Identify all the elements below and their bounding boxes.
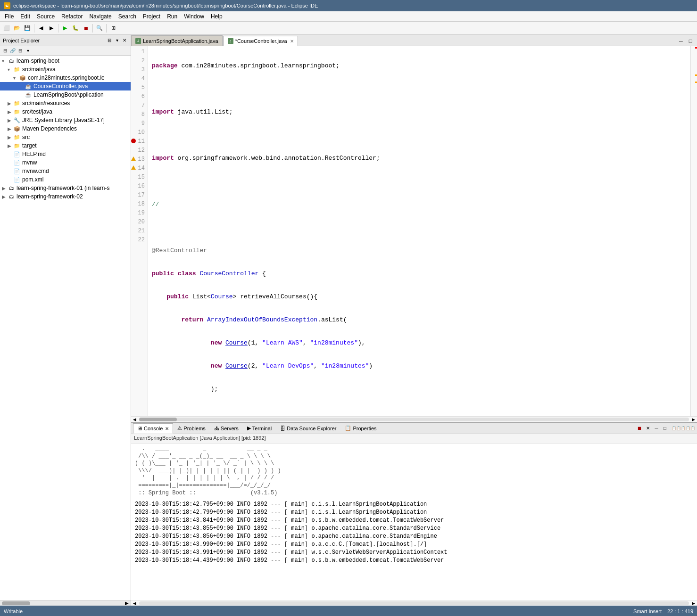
- icon-framework-02: 🗂: [8, 193, 15, 200]
- bottom-tabs: 🖥 Console ✕ ⚠ Problems 🖧 Servers ▶ Termi…: [131, 423, 697, 434]
- tab-close-2[interactable]: ✕: [290, 39, 294, 44]
- editor-scrollbar[interactable]: [690, 46, 697, 416]
- code-line-13: new Course(1, "Learn AWS", "in28minutes"…: [152, 338, 687, 347]
- tree-learn-spring-boot[interactable]: ▾ 🗂 learn-spring-boot: [0, 57, 131, 65]
- menu-edit[interactable]: Edit: [17, 12, 33, 21]
- toolbar-search[interactable]: 🔍: [95, 24, 104, 33]
- toolbar-stop[interactable]: ⏹: [81, 24, 91, 33]
- bottom-tab-problems[interactable]: ⚠ Problems: [173, 423, 209, 434]
- tree-mvnw[interactable]: 📄 mvnw: [0, 158, 131, 167]
- console-h-scrollbar[interactable]: ◀ ▶: [131, 600, 697, 606]
- tree-framework-02[interactable]: ▶ 🗂 learn-spring-framework-02: [0, 192, 131, 201]
- console-spacer: [135, 497, 693, 501]
- toolbar-sep-3: [92, 24, 93, 33]
- line-num-5: 5: [131, 83, 148, 92]
- console-content[interactable]: . ____ _ __ _ _ /\\ / ___'_ __ _ _(_)_ _…: [131, 444, 697, 600]
- code-scroll-thumb[interactable]: [139, 418, 177, 421]
- menu-search[interactable]: Search: [116, 12, 139, 21]
- console-stop-btn[interactable]: ⏹: [636, 425, 643, 432]
- menu-file[interactable]: File: [2, 12, 17, 21]
- tree-maven-deps[interactable]: ▶ 📦 Maven Dependencies: [0, 124, 131, 133]
- log-line-3: 2023-10-30T15:18:43.841+09:00 INFO 1892 …: [135, 517, 693, 525]
- menu-refactor[interactable]: Refactor: [58, 12, 85, 21]
- toolbar-save[interactable]: 💾: [23, 24, 32, 33]
- tree-jre-system-library[interactable]: ▶ 🔧 JRE System Library [JavaSE-17]: [0, 116, 131, 124]
- bottom-tab-servers[interactable]: 🖧 Servers: [210, 423, 243, 434]
- editor-tabs: J LearnSpringBootApplication.java J *Cou…: [131, 35, 697, 46]
- tree-target[interactable]: ▶ 📁 target: [0, 141, 131, 150]
- bottom-tab-terminal[interactable]: ▶ Terminal: [243, 423, 276, 434]
- bottom-tab-console[interactable]: 🖥 Console ✕: [133, 423, 173, 434]
- tree-course-controller[interactable]: ☕ CourseController.java: [0, 82, 131, 90]
- menu-project[interactable]: Project: [140, 12, 163, 21]
- tree-learn-spring-boot-app[interactable]: ☕ LearnSpringBootApplication: [0, 90, 131, 99]
- toolbar-new[interactable]: ⬜: [2, 24, 11, 33]
- tree-mvnw-cmd[interactable]: 📄 mvnw.cmd: [0, 167, 131, 175]
- tree-src[interactable]: ▶ 📁 src: [0, 133, 131, 141]
- tree-collapse-all[interactable]: ⊟: [2, 48, 8, 54]
- tree-menu[interactable]: ▾: [25, 48, 31, 54]
- panel-collapse-btn[interactable]: ⊟: [106, 37, 113, 44]
- panel-close-btn[interactable]: ✕: [121, 37, 128, 44]
- icon-maven: 📦: [13, 125, 21, 132]
- tree-help-md[interactable]: 📄 HELP.md: [0, 150, 131, 158]
- code-h-scrollbar[interactable]: ◀ ▶: [131, 416, 697, 422]
- console-minimize-btn[interactable]: ─: [653, 425, 660, 432]
- code-content[interactable]: package com.in28minutes.springboot.learn…: [148, 46, 690, 416]
- console-maximize-btn[interactable]: □: [661, 425, 669, 432]
- toolbar-back[interactable]: ◀: [36, 24, 46, 33]
- icon-java-file-selected: ☕: [25, 82, 32, 90]
- toolbar-debug[interactable]: 🐛: [71, 24, 80, 33]
- label-framework-02: learn-spring-framework-02: [17, 193, 83, 200]
- explorer-scroll-thumb[interactable]: [2, 601, 30, 605]
- tree-src-main-java[interactable]: ▾ 📁 src/main/java: [0, 65, 131, 74]
- line-num-4: 4: [131, 74, 148, 83]
- toolbar-perspective[interactable]: ⊞: [108, 24, 118, 33]
- log-line-6: 2023-10-30T15:18:43.990+09:00 INFO 1892 …: [135, 541, 693, 549]
- main-layout: Project Explorer ⊟ ▾ ✕ ⊟ 🔗 ⊟ ▾ ▾ 🗂 learn…: [0, 35, 697, 606]
- menu-navigate[interactable]: Navigate: [86, 12, 114, 21]
- toolbar-open[interactable]: 📂: [12, 24, 22, 33]
- console-scroll-left[interactable]: ◀: [131, 601, 138, 606]
- console-scroll-right[interactable]: ▶: [690, 601, 697, 606]
- menu-window[interactable]: Window: [181, 12, 207, 21]
- console-close[interactable]: ✕: [165, 426, 169, 431]
- toolbar-sep-2: [58, 24, 58, 33]
- explorer-scroll-right[interactable]: ▶: [123, 600, 131, 606]
- menu-source[interactable]: Source: [34, 12, 58, 21]
- arrow-jre: ▶: [8, 118, 13, 123]
- code-scroll-right[interactable]: ▶: [690, 417, 697, 422]
- console-close-btn[interactable]: ✕: [644, 425, 652, 432]
- explorer-scrollbar[interactable]: ▶: [0, 600, 131, 606]
- right-column: J LearnSpringBootApplication.java J *Cou…: [131, 35, 697, 606]
- line-num-19: 19: [131, 208, 148, 217]
- tree-src-test-java[interactable]: ▶ 📁 src/test/java: [0, 107, 131, 116]
- toolbar-run[interactable]: ▶: [60, 24, 70, 33]
- menu-help[interactable]: Help: [208, 12, 225, 21]
- tab-min-btn[interactable]: ─: [676, 36, 686, 46]
- bottom-tab-actions: ⏹ ✕ ─ □ 📋📋📋📋📋: [636, 425, 695, 432]
- tab-label-2: *CourseController.java: [235, 38, 287, 44]
- tree-link-editor[interactable]: 🔗: [9, 48, 16, 54]
- app-icon: ☯: [4, 2, 10, 9]
- toolbar-forward[interactable]: ▶: [47, 24, 56, 33]
- menu-run[interactable]: Run: [164, 12, 180, 21]
- bottom-tab-datasource[interactable]: 🗄 Data Source Explorer: [276, 423, 340, 434]
- line-num-3: 3: [131, 65, 148, 74]
- label-pom: pom.xml: [22, 176, 43, 183]
- console-toolbar-icons: 📋📋📋📋📋: [672, 426, 695, 430]
- tree-src-main-resources[interactable]: ▶ 📁 src/main/resources: [0, 99, 131, 107]
- label-src-test-java: src/test/java: [22, 108, 52, 115]
- tab-learn-spring-boot-app[interactable]: J LearnSpringBootApplication.java: [131, 35, 223, 46]
- tree-framework-01[interactable]: ▶ 🗂 learn-spring-framework-01 (in learn-…: [0, 184, 131, 192]
- tab-max-btn[interactable]: □: [686, 36, 695, 46]
- bottom-tab-properties[interactable]: 📋 Properties: [340, 423, 381, 434]
- problems-icon: ⚠: [177, 425, 182, 431]
- panel-menu-btn[interactable]: ▾: [114, 37, 120, 44]
- tab-course-controller[interactable]: J *CourseController.java ✕: [224, 36, 298, 46]
- tree-pom-xml[interactable]: 📄 pom.xml: [0, 175, 131, 184]
- tree-filter[interactable]: ⊟: [17, 48, 24, 54]
- label-target: target: [22, 142, 37, 149]
- tree-package[interactable]: ▾ 📦 com.in28minutes.springboot.le: [0, 74, 131, 82]
- code-scroll-left[interactable]: ◀: [131, 417, 138, 422]
